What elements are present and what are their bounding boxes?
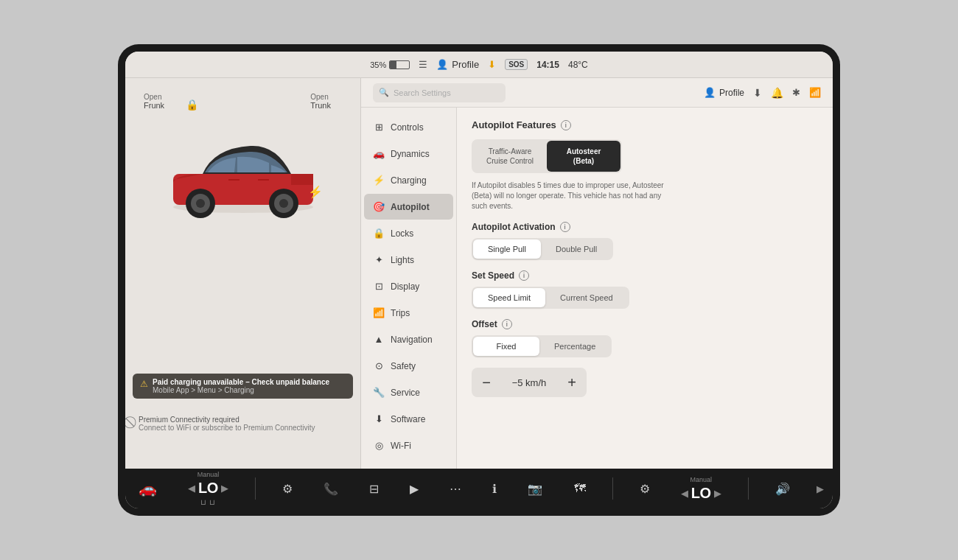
nav-label-wifi: Wi-Fi (391, 441, 411, 451)
car-illustration: ⚡ (155, 122, 332, 240)
status-bar: 35% ☰ 👤 Profile ⬇ SOS 14:15 48°C (125, 52, 833, 78)
connectivity-text: Premium Connectivity required Connect to… (139, 416, 315, 432)
current-speed-btn[interactable]: Current Speed (545, 288, 628, 307)
frunk-label-area: Open Frunk Open Trunk 🔒 (125, 93, 360, 115)
set-speed-title: Set Speed i (472, 270, 818, 281)
nav-item-autopilot[interactable]: 🎯 Autopilot (364, 194, 453, 220)
dynamics-icon: 🚗 (373, 148, 385, 159)
download-icon-header[interactable]: ⬇ (753, 87, 762, 99)
nav-label-lights: Lights (391, 255, 414, 265)
frunk-open-label: Open Frunk (144, 93, 164, 110)
left-arrow-icon-right[interactable]: ◀ (681, 488, 688, 499)
phone-icon[interactable]: 📞 (319, 479, 343, 499)
decrement-btn[interactable]: − (473, 369, 500, 396)
percentage-btn[interactable]: Percentage (539, 337, 610, 356)
nav-item-lights[interactable]: ✦ Lights (364, 247, 453, 273)
bell-icon[interactable]: 🔔 (771, 87, 783, 99)
nav-label-trips: Trips (391, 308, 410, 318)
bluetooth-icon[interactable]: ✱ (792, 87, 800, 98)
menu-icon[interactable]: ⊟ (365, 479, 383, 499)
single-pull-btn[interactable]: Single Pull (473, 239, 541, 259)
camera-icon[interactable]: 📷 (523, 479, 547, 499)
minus-icon: − (482, 374, 491, 391)
lights-icon: ✦ (373, 254, 385, 265)
offset-speed-control: − −5 km/h + (472, 368, 587, 397)
nav-icon-bottom[interactable]: 🗺 (570, 479, 590, 498)
left-hvac[interactable]: Manual ◀ LO ▶ ⊔ ⊔ (183, 468, 233, 508)
charging-warning-text: Paid charging unavailable – Check unpaid… (153, 378, 329, 394)
nav-item-dynamics[interactable]: 🚗 Dynamics (364, 141, 453, 167)
right-hvac-control: ◀ LO ▶ (681, 485, 721, 502)
speed-limit-btn[interactable]: Speed Limit (473, 288, 545, 307)
warning-icon: ⚠ (140, 379, 148, 389)
nav-label-autopilot: Autopilot (391, 202, 430, 212)
svg-point-7 (279, 199, 288, 208)
left-hvac-label: Manual (197, 471, 220, 478)
divider-1 (255, 477, 256, 500)
nav-item-locks[interactable]: 🔒 Locks (364, 220, 453, 246)
left-hvac-control: ◀ LO ▶ (188, 480, 228, 497)
nav-menu: ⊞ Controls 🚗 Dynamics ⚡ Charging 🎯 (361, 108, 457, 469)
nav-item-software[interactable]: ⬇ Software (364, 406, 453, 432)
info-icon-bottom[interactable]: ℹ (488, 479, 501, 499)
nav-item-controls[interactable]: ⊞ Controls (364, 114, 453, 140)
nav-label-display: Display (391, 281, 419, 292)
increment-btn[interactable]: + (559, 369, 585, 396)
divider-3 (748, 477, 749, 500)
battery-indicator: 35% (370, 60, 410, 69)
software-icon: ⬇ (373, 413, 385, 424)
right-arrow-icon-left[interactable]: ▶ (221, 483, 228, 494)
nav-label-safety: Safety (391, 361, 416, 371)
car-svg: ⚡ (155, 122, 332, 218)
volume-right-arrow[interactable]: ▶ (817, 483, 824, 494)
nav-item-navigation[interactable]: ▲ Navigation (364, 326, 453, 352)
apps-icon[interactable]: ⋯ (445, 479, 466, 499)
offset-info-icon[interactable]: i (502, 319, 512, 329)
volume-icon[interactable]: 🔊 (771, 479, 794, 499)
profile-label-header: Profile (719, 88, 744, 98)
fixed-btn[interactable]: Fixed (473, 337, 539, 356)
nav-item-charging[interactable]: ⚡ Charging (364, 167, 453, 193)
nav-item-trips[interactable]: 📶 Trips (364, 300, 453, 326)
plus-icon: + (567, 374, 576, 391)
settings-icon[interactable]: ☰ (419, 59, 427, 70)
media-icon[interactable]: ▶ (405, 479, 423, 499)
download-icon-top[interactable]: ⬇ (488, 59, 496, 70)
battery-percent: 35% (370, 60, 386, 69)
autopilot-feature-toggle: Traffic-AwareCruise Control Autosteer(Be… (472, 139, 622, 173)
seat-left-icon: ⊔ (200, 498, 206, 506)
activation-info-icon[interactable]: i (560, 222, 570, 232)
temp-display: 48°C (568, 60, 588, 70)
autopilot-description: If Autopilot disables 5 times due to imp… (472, 181, 678, 211)
right-arrow-icon-right[interactable]: ▶ (714, 488, 721, 499)
double-pull-btn[interactable]: Double Pull (541, 239, 612, 259)
car-icon-bottom[interactable]: 🚗 (134, 477, 161, 500)
fan-icon-right[interactable]: ⚙ (635, 479, 654, 499)
right-hvac[interactable]: Manual ◀ LO ▶ (676, 473, 726, 505)
nav-label-navigation: Navigation (391, 335, 433, 345)
seat-right-icon: ⊔ (209, 498, 215, 506)
nav-item-service[interactable]: 🔧 Service (364, 379, 453, 405)
header-icons: 👤 Profile ⬇ 🔔 ✱ 📶 (704, 87, 821, 99)
locks-icon: 🔒 (373, 228, 385, 239)
nav-item-wifi[interactable]: ◎ Wi-Fi (364, 433, 453, 458)
profile-label-top: Profile (452, 59, 479, 70)
search-bar[interactable]: 🔍 Search Settings (373, 83, 506, 102)
nav-label-charging: Charging (391, 175, 427, 186)
activation-toggle: Single Pull Double Pull (472, 238, 613, 260)
autosteer-btn[interactable]: Autosteer(Beta) (547, 141, 620, 172)
traffic-aware-btn[interactable]: Traffic-AwareCruise Control (473, 141, 547, 172)
nav-item-safety[interactable]: ⊙ Safety (364, 353, 453, 379)
offset-toggle: Fixed Percentage (472, 335, 612, 357)
nav-label-service: Service (391, 388, 420, 398)
features-info-icon[interactable]: i (561, 120, 571, 130)
activation-title: Autopilot Activation i (472, 222, 818, 232)
left-arrow-icon[interactable]: ◀ (188, 483, 195, 494)
fan-icon-left[interactable]: ⚙ (278, 479, 297, 499)
speed-info-icon[interactable]: i (519, 270, 529, 281)
nav-item-display[interactable]: ⊡ Display (364, 273, 453, 299)
autopilot-icon: 🎯 (373, 201, 385, 212)
sos-badge: SOS (505, 59, 528, 70)
settings-body: ⊞ Controls 🚗 Dynamics ⚡ Charging 🎯 (361, 108, 833, 469)
header-profile[interactable]: 👤 Profile (704, 87, 744, 98)
